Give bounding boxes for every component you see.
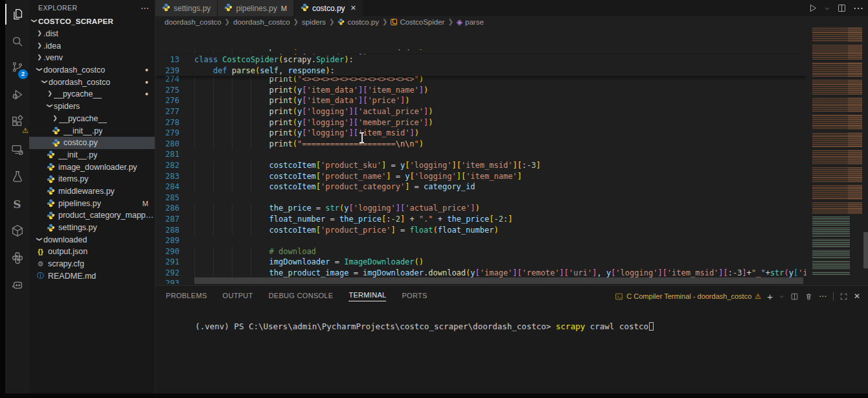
tree-item--venv[interactable]: ❯.venv — [29, 52, 155, 64]
breadcrumb-item-doordash_costco[interactable]: doordash_costco — [233, 18, 290, 26]
horizontal-scrollbar[interactable] — [194, 277, 806, 284]
extensions-icon[interactable]: ⚠ — [5, 109, 29, 135]
tree-item--dist[interactable]: ❯.dist — [29, 28, 155, 40]
code-area[interactable]: 271 print("====================\n\n")272… — [155, 49, 806, 284]
code-line[interactable]: 284 costcoItem['product_category'] = cat… — [155, 181, 806, 193]
code-line[interactable]: 275 print(y['item_data']['item_name']) — [155, 85, 806, 96]
terminal-content[interactable]: (.venv) PS C:\Users\admin\PycharmProject… — [166, 312, 654, 341]
close-panel-button[interactable]: ✕ — [854, 292, 860, 301]
horizontal-scrollbar-thumb[interactable] — [194, 277, 803, 284]
line-number[interactable]: 277 — [155, 106, 194, 117]
code-line[interactable]: 281 — [155, 149, 806, 160]
run-python-file-button[interactable] — [808, 3, 817, 13]
code-line[interactable]: 239 def parse(self, response): — [155, 65, 806, 76]
panel-tab-problems[interactable]: PROBLEMS — [166, 292, 207, 301]
line-number[interactable]: 290 — [155, 246, 194, 257]
panel-tab-terminal[interactable]: TERMINAL — [348, 291, 386, 301]
tree-item-readme-md[interactable]: ⓘREADME.md — [29, 270, 155, 282]
tree-item-output-json[interactable]: {}output.json — [29, 246, 155, 258]
tree-root-item[interactable]: ❯COSTCO_SCRAPER — [29, 16, 155, 28]
line-number[interactable]: 285 — [155, 193, 194, 204]
run-dropdown-chevron-icon[interactable] — [824, 5, 830, 12]
line-number[interactable]: 275 — [155, 85, 194, 96]
code-line[interactable]: 291 imgDownloader = ImageDownloader() — [155, 257, 806, 268]
breadcrumb-item-spiders[interactable]: spiders — [302, 18, 326, 26]
terminal-instance-label[interactable]: C Compiler Terminal - doordash_costco ⚠ — [615, 292, 761, 301]
tree-item-costco-py[interactable]: costco.py — [29, 137, 155, 149]
minimap[interactable] — [811, 27, 863, 277]
chat-robot-icon[interactable] — [5, 272, 29, 298]
tree-item--pycache-[interactable]: ❯__pycache__ — [29, 113, 155, 125]
vertical-scrollbar-thumb[interactable] — [863, 232, 868, 268]
code-line[interactable]: 276 print(y['item_data']['price']) — [155, 95, 806, 106]
run-debug-icon[interactable] — [5, 82, 29, 108]
maximize-panel-button[interactable] — [839, 292, 848, 301]
line-number[interactable]: 282 — [155, 160, 194, 171]
tree-item-product-category-mapping-py[interactable]: product_category_mapping.py — [29, 209, 155, 222]
code-line[interactable]: 282 costcoItem['product_sku'] = y['loggi… — [155, 160, 806, 171]
split-terminal-button[interactable] — [790, 292, 799, 301]
panel-more-actions-button[interactable]: ⋯ — [819, 292, 827, 301]
tab-close-icon[interactable]: ✕ — [350, 4, 356, 12]
code-line[interactable]: 279 print(y['logging']['item_msid']) — [155, 128, 806, 139]
sticky-scroll[interactable]: 13class CostcoSpider(scrapy.Spider):239 … — [155, 54, 806, 76]
code-line[interactable]: 289 — [155, 235, 806, 246]
s-extension-icon[interactable]: S — [5, 191, 29, 217]
code-line[interactable]: 278 print(y['logging']['member_price']) — [155, 117, 806, 128]
tree-item-middlewares-py[interactable]: middlewares.py — [29, 185, 155, 198]
tree-item--init-py[interactable]: __init__.py — [29, 124, 155, 137]
tree-item-downloaded[interactable]: ❯downloaded — [29, 233, 155, 246]
split-editor-button[interactable] — [837, 3, 847, 13]
code-line[interactable]: 288 costcoItem['product_price'] = float(… — [155, 225, 806, 236]
tree-item-settings-py[interactable]: settings.py — [29, 222, 155, 234]
line-number[interactable]: 278 — [155, 117, 194, 128]
tree-item--idea[interactable]: ❯.idea — [29, 40, 155, 52]
tree-item--init-py[interactable]: __init__.py — [29, 149, 155, 161]
line-number[interactable]: 284 — [155, 181, 194, 193]
python-extension-icon[interactable] — [5, 245, 29, 271]
tree-item-image-downloader-py[interactable]: image_downloader.py — [29, 161, 155, 173]
breadcrumb-item-doordash_costco[interactable]: doordash_costco — [165, 18, 222, 26]
tree-item-pipelines-py[interactable]: pipelines.pyM — [29, 197, 155, 209]
line-number[interactable]: 287 — [155, 214, 194, 225]
kill-terminal-button[interactable] — [805, 292, 813, 301]
tree-item-items-py[interactable]: items.py — [29, 173, 155, 185]
tree-item-doordash-costco[interactable]: ❯doordash_costco• — [29, 76, 155, 88]
line-number[interactable]: 286 — [155, 203, 194, 214]
code-line[interactable]: 283 costcoItem['product_name'] = y['logg… — [155, 171, 806, 182]
line-number[interactable]: 280 — [155, 139, 194, 150]
line-number[interactable]: 13 — [155, 54, 194, 65]
tree-item--pycache-[interactable]: ❯__pycache__• — [29, 88, 155, 100]
container-cube-icon[interactable] — [5, 218, 29, 244]
source-control-icon[interactable]: 2 — [5, 54, 29, 80]
new-terminal-button[interactable]: + — [767, 291, 773, 302]
editor-more-actions-button[interactable]: ⋯ — [853, 2, 864, 14]
breadcrumb-item-costco-py[interactable]: costco.py — [337, 18, 379, 26]
line-number[interactable]: 289 — [155, 235, 194, 246]
breadcrumb-item-costcospider[interactable]: ᑕCostcoSpider — [391, 18, 444, 26]
panel-tab-debug-console[interactable]: DEBUG CONSOLE — [269, 292, 334, 301]
tree-item-spiders[interactable]: ❯spiders — [29, 100, 155, 113]
explorer-more-button[interactable]: ⋯ — [141, 3, 150, 13]
line-number[interactable]: 288 — [155, 225, 194, 236]
tab-pipelines-py[interactable]: pipelines.pyM — [218, 0, 293, 16]
vertical-scrollbar[interactable] — [863, 27, 868, 277]
code-line[interactable]: 277 print(y['logging']['actual_price']) — [155, 106, 806, 117]
tree-item-scrapy-cfg[interactable]: ⚙scrapy.cfg — [29, 258, 155, 270]
breadcrumb-item-parse[interactable]: ◈parse — [457, 18, 484, 27]
code-line[interactable]: 286 the_price = str(y['logging']['actual… — [155, 203, 806, 214]
tab-costco-py[interactable]: costco.py✕ — [294, 0, 363, 16]
testing-icon[interactable] — [5, 164, 29, 190]
code-editor[interactable]: 271 print("====================\n\n")272… — [155, 27, 806, 284]
line-number[interactable]: 283 — [155, 171, 194, 182]
code-line[interactable]: 292 the_product_image = imgDownloader.do… — [155, 268, 806, 279]
tree-item-doordash-costco[interactable]: ❯doordash_costco• — [29, 64, 155, 76]
code-line[interactable]: 13class CostcoSpider(scrapy.Spider): — [155, 54, 806, 65]
code-line[interactable]: 285 — [155, 193, 806, 204]
tab-settings-py[interactable]: settings.py — [155, 0, 217, 16]
line-number[interactable]: 292 — [155, 268, 194, 279]
search-icon[interactable] — [5, 29, 29, 54]
panel-tab-ports[interactable]: PORTS — [402, 292, 427, 301]
line-number[interactable]: 279 — [155, 128, 194, 139]
terminal-dropdown-chevron-icon[interactable] — [779, 294, 784, 299]
